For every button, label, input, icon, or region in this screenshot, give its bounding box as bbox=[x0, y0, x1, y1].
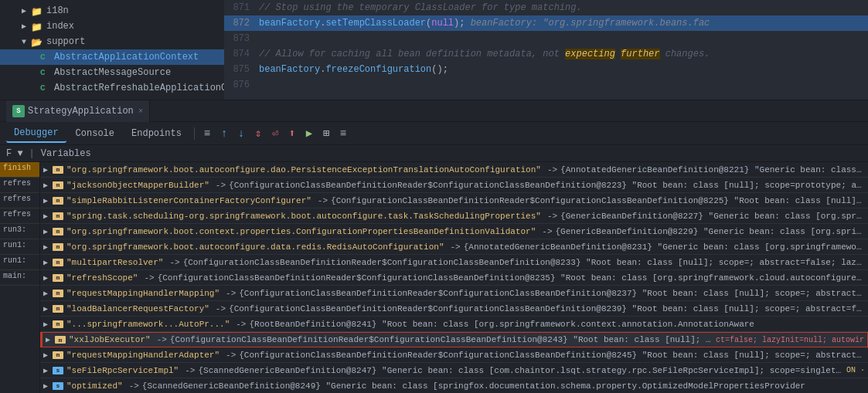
tree-item-abstract-msg[interactable]: C AbstractMessageSource bbox=[0, 65, 224, 80]
tree-label: AbstractMessageSource bbox=[54, 67, 171, 78]
tree-item-abstract-refresh[interactable]: C AbstractRefreshableApplicationCo... bbox=[0, 80, 224, 96]
tree-item-i18n[interactable]: ▶ 📁 i18n bbox=[0, 3, 224, 19]
expand-icon[interactable]: ▶ bbox=[43, 289, 53, 298]
debug-btn-down[interactable]: ↓ bbox=[233, 126, 249, 141]
var-row-8[interactable]: ▶ m "requestMappingHandlerMapping" -> {C… bbox=[40, 286, 868, 301]
var-row-9[interactable]: ▶ m "loadBalancerRequestFactory" -> {Con… bbox=[40, 301, 868, 317]
var-row-xxljob[interactable]: ▶ m "xxlJobExecutor" -> {ConfigurationCl… bbox=[40, 332, 868, 347]
debug-btn-step[interactable]: ⏎ bbox=[267, 126, 283, 141]
variables-label: Variables bbox=[41, 148, 91, 159]
debug-btn-run[interactable]: ▶ bbox=[301, 126, 317, 141]
var-row-0[interactable]: ▶ m "org.springframework.boot.autoconfig… bbox=[40, 162, 868, 178]
file-icon: C bbox=[40, 53, 51, 62]
var-row-12[interactable]: ▶ m "requestMappingHandlerAdapter" -> {C… bbox=[40, 347, 868, 363]
var-row-5[interactable]: ▶ m "org.springframework.boot.autoconfig… bbox=[40, 239, 868, 255]
debug-btn-menu[interactable]: ≡ bbox=[335, 126, 351, 141]
tab-console[interactable]: Console bbox=[68, 125, 122, 142]
tab-bar: S StrategyApplication × bbox=[0, 100, 868, 122]
expand-icon[interactable]: ▶ bbox=[43, 273, 53, 283]
expand-icon[interactable]: ▶ bbox=[43, 227, 53, 236]
debugger-bar: Debugger Console Endpoints ≡ ↑ ↓ ⇕ ⏎ ⬆ ▶… bbox=[0, 122, 868, 145]
code-line-875: 875 beanFactory.freezeConfiguration(); bbox=[224, 62, 868, 77]
var-list: ▶ m "org.springframework.boot.autoconfig… bbox=[40, 162, 868, 393]
variables-header: F ▼ | Variables bbox=[0, 145, 868, 162]
expand-icon[interactable]: ▶ bbox=[43, 258, 53, 267]
var-type-icon: m bbox=[53, 181, 63, 189]
folder-icon: 📁 bbox=[31, 22, 43, 31]
var-type-icon: m bbox=[53, 228, 63, 235]
var-type-icon: m bbox=[53, 320, 63, 328]
var-row-3[interactable]: ▶ m "spring.task.scheduling-org.springfr… bbox=[40, 208, 868, 224]
code-line-873: 873 bbox=[224, 31, 868, 46]
tree-label: AbstractRefreshableApplicationCo... bbox=[54, 83, 249, 93]
tree-item-support[interactable]: ▼ 📂 support bbox=[0, 34, 224, 49]
var-type-icon: m bbox=[53, 197, 63, 205]
var-row-13[interactable]: ▶ s "seFileRpcServiceImpl" -> {ScannedGe… bbox=[40, 363, 868, 378]
var-row-10[interactable]: ▶ m "...springframework...AutoPr..." -> … bbox=[40, 317, 868, 332]
tree-label: i18n bbox=[46, 5, 69, 16]
debug-btn-stepup[interactable]: ⬆ bbox=[284, 126, 300, 141]
expand-icon[interactable]: ▶ bbox=[43, 196, 53, 205]
var-row-7[interactable]: ▶ m "refreshScope" -> {ConfigurationClas… bbox=[40, 270, 868, 286]
debug-btn-up[interactable]: ↑ bbox=[216, 126, 232, 141]
expand-icon[interactable]: ▶ bbox=[43, 320, 53, 329]
variables-panel: F ▼ | Variables finish refres refres ref… bbox=[0, 145, 868, 393]
expand-icon[interactable]: ▶ bbox=[43, 366, 53, 375]
expand-icon[interactable]: ▶ bbox=[43, 381, 53, 391]
debug-btn-filter[interactable]: ≡ bbox=[199, 126, 215, 141]
var-type-icon: s bbox=[53, 367, 63, 374]
tree-label: AbstractApplicationContext bbox=[54, 52, 199, 63]
var-type-icon: s bbox=[53, 382, 63, 390]
var-row-1[interactable]: ▶ m "jacksonObjectMapperBuilder" -> {Con… bbox=[40, 178, 868, 193]
debug-btn-grid[interactable]: ⊞ bbox=[318, 126, 334, 141]
var-row-6[interactable]: ▶ m "multipartResolver" -> {Configuratio… bbox=[40, 255, 868, 270]
tree-arrow: ▶ bbox=[22, 22, 31, 31]
var-type-icon: m bbox=[55, 336, 66, 344]
var-type-icon: m bbox=[53, 212, 63, 220]
var-row-4[interactable]: ▶ m "org.springframework.boot.context.pr… bbox=[40, 224, 868, 239]
expand-icon[interactable]: ▶ bbox=[43, 165, 53, 174]
code-line-876: 876 bbox=[224, 77, 868, 93]
tab-label: StrategyApplication bbox=[28, 106, 134, 117]
file-icon: C bbox=[40, 68, 51, 77]
tab-debugger[interactable]: Debugger bbox=[6, 124, 66, 143]
code-line-871: 871 // Stop using the temporary ClassLoa… bbox=[224, 0, 868, 15]
var-type-icon: m bbox=[53, 290, 63, 297]
on-label: ON · bbox=[846, 366, 865, 374]
tab-close-button[interactable]: × bbox=[138, 107, 144, 116]
var-type-icon: m bbox=[53, 305, 63, 313]
file-tree: ▶ 📁 i18n ▶ 📁 index ▼ 📂 support C Abstrac… bbox=[0, 0, 224, 100]
tree-arrow: ▼ bbox=[22, 38, 31, 46]
expand-icon[interactable]: ▶ bbox=[43, 351, 53, 360]
expand-icon[interactable]: ▶ bbox=[46, 335, 55, 344]
folder-icon: 📁 bbox=[31, 6, 43, 15]
tree-item-index[interactable]: ▶ 📁 index bbox=[0, 19, 224, 34]
expand-icon[interactable]: ▶ bbox=[43, 242, 53, 252]
separator bbox=[194, 127, 195, 140]
tree-arrow: ▶ bbox=[22, 6, 31, 15]
expand-icon[interactable]: ▶ bbox=[43, 181, 53, 190]
filter-label[interactable]: F ▼ bbox=[6, 148, 23, 159]
tree-label: support bbox=[46, 36, 85, 47]
var-type-icon: m bbox=[53, 259, 63, 266]
tree-item-abstract-app[interactable]: C AbstractApplicationContext bbox=[0, 49, 224, 65]
code-editor: 871 // Stop using the temporary ClassLoa… bbox=[224, 0, 868, 100]
tab-icon: S bbox=[12, 105, 25, 117]
var-row-14[interactable]: ▶ s "optimized" -> {ScannedGenericBeanDe… bbox=[40, 378, 868, 393]
overflow-indicator: ct=false; lazyInit=null; autowir bbox=[716, 336, 864, 344]
tab-endpoints[interactable]: Endpoints bbox=[124, 125, 189, 142]
tab-strategy-application[interactable]: S StrategyApplication × bbox=[6, 100, 150, 122]
debug-btn-updown[interactable]: ⇕ bbox=[250, 126, 266, 141]
var-row-2[interactable]: ▶ m "simpleRabbitListenerContainerFactor… bbox=[40, 193, 868, 208]
var-type-icon: m bbox=[53, 243, 63, 251]
var-type-icon: m bbox=[53, 274, 63, 282]
folder-icon: 📂 bbox=[31, 37, 43, 46]
expand-icon[interactable]: ▶ bbox=[43, 212, 53, 221]
file-icon: C bbox=[40, 83, 51, 93]
tree-label: index bbox=[46, 21, 74, 32]
expand-icon[interactable]: ▶ bbox=[43, 304, 53, 313]
var-type-icon: m bbox=[53, 351, 63, 359]
code-line-874: 874 // Allow for caching all bean defini… bbox=[224, 46, 868, 62]
var-type-icon: m bbox=[53, 166, 63, 174]
code-line-872: 872 beanFactory.setTempClassLoader(null)… bbox=[224, 15, 868, 31]
